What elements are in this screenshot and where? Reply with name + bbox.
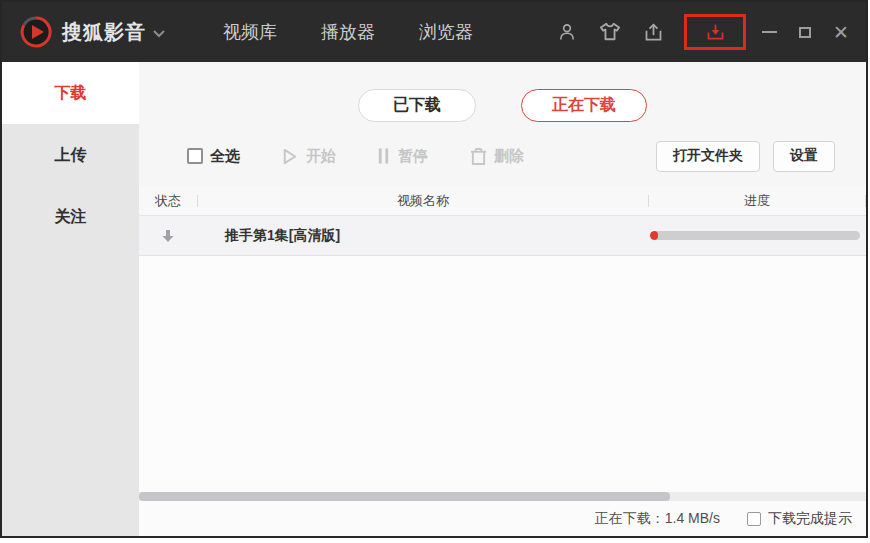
notify-label: 下载完成提示 [768, 510, 852, 528]
start-label: 开始 [306, 147, 336, 166]
pause-button[interactable]: 暂停 [376, 147, 428, 166]
titlebar-icons: ✕ [555, 14, 866, 50]
user-icon[interactable] [555, 20, 579, 44]
column-header-progress: 进度 [649, 192, 865, 210]
column-divider [865, 195, 866, 207]
download-highlight-box [684, 14, 746, 50]
title-bar: 搜狐影音 视频库 播放器 浏览器 [2, 2, 866, 62]
top-navigation: 视频库 播放器 浏览器 [223, 20, 473, 44]
sidebar-item-download[interactable]: 下载 [2, 62, 139, 124]
status-bar: 正在下载：1.4 MB/s 下载完成提示 [139, 501, 866, 536]
video-name: 推手第1集[高清版] [197, 227, 650, 245]
start-button[interactable]: 开始 [280, 147, 336, 166]
chevron-down-icon[interactable] [153, 30, 165, 38]
sidebar-item-follow[interactable]: 关注 [2, 186, 139, 248]
close-button[interactable]: ✕ [828, 19, 854, 45]
notify-on-complete-control[interactable]: 下载完成提示 [747, 510, 852, 528]
toolbar: 全选 开始 暂停 [139, 139, 866, 173]
table-header: 状态 视频名称 进度 [139, 186, 866, 216]
empty-list-area [139, 256, 866, 492]
trash-icon [470, 147, 487, 166]
download-speed-status: 正在下载：1.4 MB/s [595, 510, 720, 528]
window-controls: ✕ [756, 19, 854, 45]
delete-button[interactable]: 删除 [470, 147, 524, 166]
select-all-label: 全选 [210, 147, 240, 166]
sidebar-item-upload[interactable]: 上传 [2, 124, 139, 186]
upload-icon[interactable] [641, 20, 665, 44]
download-table: 状态 视频名称 进度 推手第1集[高清版] [139, 186, 866, 256]
main-panel: 已下载 正在下载 全选 开始 [139, 62, 866, 536]
progress-bar [650, 231, 860, 240]
horizontal-scrollbar [139, 492, 866, 501]
nav-video-library[interactable]: 视频库 [223, 20, 277, 44]
nav-player[interactable]: 播放器 [321, 20, 375, 44]
notify-checkbox[interactable] [747, 512, 761, 526]
tab-downloaded[interactable]: 已下载 [358, 89, 476, 122]
pause-icon [376, 147, 391, 165]
download-icon[interactable] [703, 20, 727, 44]
column-header-name: 视频名称 [198, 192, 648, 210]
scrollbar-thumb[interactable] [139, 492, 670, 501]
skin-icon[interactable] [598, 20, 622, 44]
open-folder-button[interactable]: 打开文件夹 [656, 141, 760, 172]
select-all-checkbox[interactable] [187, 148, 203, 164]
column-header-status: 状态 [139, 192, 197, 210]
delete-label: 删除 [494, 147, 524, 166]
app-title: 搜狐影音 [62, 19, 146, 46]
minimize-button[interactable] [756, 19, 782, 45]
toolbar-right: 打开文件夹 设置 [656, 141, 835, 172]
play-icon [280, 147, 299, 166]
nav-browser[interactable]: 浏览器 [419, 20, 473, 44]
table-row[interactable]: 推手第1集[高清版] [139, 216, 866, 256]
select-all-control[interactable]: 全选 [187, 147, 240, 166]
download-tabs: 已下载 正在下载 [139, 62, 866, 122]
settings-button[interactable]: 设置 [773, 141, 835, 172]
progress-cell [650, 231, 866, 240]
pause-label: 暂停 [398, 147, 428, 166]
progress-fill [650, 231, 658, 240]
app-logo-icon [20, 16, 52, 48]
tab-downloading[interactable]: 正在下载 [521, 89, 647, 122]
downloading-arrow-icon [139, 228, 197, 244]
app-window: 搜狐影音 视频库 播放器 浏览器 [0, 0, 868, 538]
sidebar: 下载 上传 关注 [2, 62, 139, 536]
maximize-button[interactable] [792, 19, 818, 45]
